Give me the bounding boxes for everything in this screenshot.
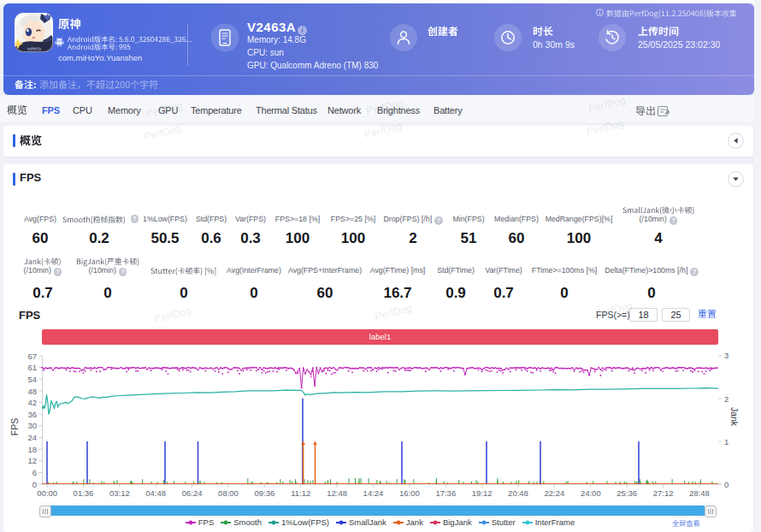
svg-text:14:24: 14:24 (363, 488, 384, 498)
svg-text:54: 54 (27, 375, 37, 384)
svg-text:06:24: 06:24 (182, 488, 203, 498)
svg-text:FPS: FPS (9, 418, 20, 435)
svg-text:12: 12 (27, 456, 37, 465)
svg-text:24: 24 (27, 433, 37, 442)
svg-text:36: 36 (27, 410, 37, 419)
svg-text:11:12: 11:12 (291, 488, 310, 498)
svg-text:20:48: 20:48 (508, 488, 528, 498)
svg-text:6: 6 (32, 468, 37, 477)
svg-text:09:36: 09:36 (255, 488, 275, 498)
svg-text:00:00: 00:00 (37, 488, 57, 498)
svg-text:67: 67 (27, 352, 37, 361)
svg-text:27:12: 27:12 (653, 488, 674, 498)
svg-text:2: 2 (724, 394, 729, 404)
svg-text:17:36: 17:36 (435, 488, 456, 498)
svg-text:3: 3 (724, 351, 729, 360)
svg-text:12:48: 12:48 (327, 488, 347, 498)
svg-text:01:36: 01:36 (74, 488, 94, 498)
svg-text:Jank: Jank (729, 407, 740, 427)
svg-text:30: 30 (27, 421, 37, 430)
svg-text:42: 42 (27, 398, 37, 407)
svg-text:19:12: 19:12 (472, 488, 493, 498)
svg-text:1: 1 (724, 437, 729, 446)
svg-text:61: 61 (27, 363, 37, 372)
svg-text:18: 18 (27, 445, 37, 454)
svg-text:22:24: 22:24 (545, 488, 565, 498)
svg-text:28:48: 28:48 (689, 488, 710, 498)
svg-text:08:00: 08:00 (218, 488, 239, 498)
svg-text:24:00: 24:00 (581, 488, 601, 498)
svg-text:0: 0 (32, 480, 37, 489)
svg-text:25:36: 25:36 (616, 488, 637, 498)
svg-text:04:48: 04:48 (145, 488, 166, 498)
svg-text:48: 48 (27, 387, 37, 396)
svg-text:03:12: 03:12 (109, 488, 130, 498)
svg-text:16:00: 16:00 (399, 488, 420, 498)
svg-text:0: 0 (724, 480, 729, 489)
